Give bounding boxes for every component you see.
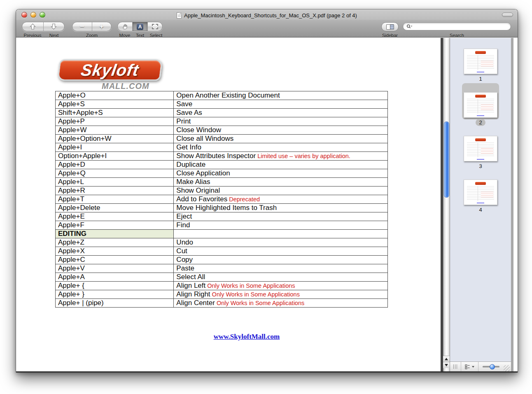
thumbnail-page-3[interactable] bbox=[464, 136, 497, 161]
shortcut-action: Add to Favorites Deprecated bbox=[174, 195, 388, 204]
shortcut-action: Eject bbox=[174, 212, 388, 221]
zoom-out-button[interactable]: − bbox=[72, 22, 92, 31]
thumb-link-mark bbox=[477, 72, 484, 72]
shortcut-action: Show Original bbox=[174, 187, 388, 195]
logo-badge: Skyloft bbox=[57, 59, 163, 81]
search-input[interactable] bbox=[413, 23, 507, 30]
pdf-page: Skyloft MALL.COM Apple+OOpen Another Exi… bbox=[16, 38, 443, 371]
shortcut-action: Show Attributes Inspector Limited use – … bbox=[174, 152, 388, 161]
thumbnail-page-2[interactable] bbox=[464, 92, 497, 118]
scrollbar-thumb[interactable] bbox=[444, 121, 449, 198]
shortcut-keys: Apple+D bbox=[56, 161, 174, 169]
slider-knob[interactable] bbox=[490, 364, 495, 369]
move-label: Move bbox=[117, 33, 132, 38]
thumb-logo-mark bbox=[475, 182, 486, 185]
scroll-up-button[interactable] bbox=[443, 356, 450, 362]
table-row: Apple+SSave bbox=[56, 100, 388, 109]
previous-label: Previous bbox=[22, 33, 43, 38]
thumb-text-lines bbox=[467, 186, 494, 201]
shortcut-keys: Apple+S bbox=[56, 100, 174, 109]
sidebar-icon bbox=[386, 24, 394, 30]
table-row: Apple+ZUndo bbox=[56, 238, 388, 247]
skyloftmall-link[interactable]: www.SkyloftMall.com bbox=[214, 333, 280, 340]
shortcut-action: Duplicate bbox=[174, 161, 388, 169]
table-row: Apple+EEject bbox=[56, 212, 388, 221]
note-text: Deprecated bbox=[227, 196, 260, 203]
thumbnail-sidebar: 1234 bbox=[450, 38, 513, 371]
view-options-button[interactable] bbox=[461, 362, 478, 371]
shortcut-action: Align Left Only Works in Some Applicatio… bbox=[174, 282, 388, 290]
select-label: Select bbox=[148, 33, 164, 38]
desktop: Apple_Macintosh_Keyboard_Shortcuts_for_M… bbox=[0, 0, 532, 394]
sidebar-button[interactable] bbox=[381, 22, 399, 31]
scrollbar-arrows bbox=[443, 356, 450, 368]
note-text: Only Works in Some Applications bbox=[215, 300, 304, 306]
thumbnail-list: 1234 bbox=[450, 38, 511, 361]
search-icon bbox=[406, 24, 413, 29]
thumb-logo-mark bbox=[475, 51, 486, 54]
thumb-logo-mark bbox=[475, 138, 486, 141]
shortcut-action: Open Another Existing Document bbox=[174, 91, 388, 100]
shortcut-keys: Apple+Z bbox=[56, 238, 174, 247]
table-row: Apple+OOpen Another Existing Document bbox=[56, 91, 388, 100]
arrow-up-icon bbox=[29, 23, 36, 30]
window-resize-grip[interactable] bbox=[504, 365, 510, 371]
text-tool-button[interactable]: A bbox=[133, 22, 147, 31]
thumb-link-mark bbox=[477, 115, 484, 116]
next-button[interactable] bbox=[44, 22, 65, 31]
thumb-text-lines bbox=[467, 142, 494, 157]
note-text: Limited use – varies by application. bbox=[256, 153, 350, 159]
logo-sub-text: MALL.COM bbox=[102, 82, 182, 91]
shortcut-table-body: Apple+OOpen Another Existing DocumentApp… bbox=[56, 91, 388, 308]
shortcut-keys: Apple+V bbox=[56, 264, 174, 273]
plus-icon: + bbox=[99, 23, 104, 30]
section-empty-cell bbox=[174, 230, 388, 238]
shortcut-keys: Apple+T bbox=[56, 195, 174, 204]
shortcut-keys: Apple+F bbox=[56, 221, 174, 230]
table-row: Apple+IGet Info bbox=[56, 143, 388, 152]
shortcut-action: Align Right Only Works in Some Applicati… bbox=[174, 290, 388, 299]
shortcut-keys: Apple+P bbox=[56, 117, 174, 126]
previous-button[interactable] bbox=[22, 22, 44, 31]
shortcut-action: Close Window bbox=[174, 126, 388, 135]
chevron-down-icon bbox=[472, 366, 474, 368]
thumbnail-label: 3 bbox=[479, 163, 482, 170]
toolbar-toggle-button[interactable] bbox=[502, 13, 513, 17]
thumbnail-page-4[interactable] bbox=[464, 180, 497, 205]
footer-link-row: www.SkyloftMall.com bbox=[55, 333, 438, 341]
shortcut-action: Align Center Only Works in Some Applicat… bbox=[174, 299, 388, 308]
table-row: Apple+LMake Alias bbox=[56, 178, 388, 187]
search-box bbox=[403, 22, 511, 30]
sidebar-label: Sidebar bbox=[377, 33, 403, 38]
shortcut-keys: Apple+E bbox=[56, 212, 174, 221]
divider-drag-handle[interactable] bbox=[453, 364, 457, 369]
shortcut-action: Get Info bbox=[174, 143, 388, 152]
table-row: Apple+RShow Original bbox=[56, 187, 388, 195]
thumb-text-lines bbox=[467, 55, 494, 70]
logo-brand-text: Skyloft bbox=[79, 61, 140, 79]
tool-mode-control: A bbox=[117, 22, 163, 31]
thumb-logo-mark bbox=[475, 95, 486, 98]
select-tool-button[interactable] bbox=[148, 22, 162, 31]
shortcut-action: Close Application bbox=[174, 169, 388, 178]
table-row: Apple+QClose Application bbox=[56, 169, 388, 178]
shortcut-action: Copy bbox=[174, 256, 388, 264]
table-row: Apple+ {Align Left Only Works in Some Ap… bbox=[56, 282, 388, 290]
shortcut-action: Save bbox=[174, 100, 388, 109]
table-row: Apple+VPaste bbox=[56, 264, 388, 273]
scroll-down-button[interactable] bbox=[443, 362, 450, 368]
move-tool-button[interactable] bbox=[118, 22, 133, 31]
table-row: Apple+PPrint bbox=[56, 117, 388, 126]
table-row: Apple+DeleteMove Highlighted Items to Tr… bbox=[56, 204, 388, 212]
window-chrome: Apple_Macintosh_Keyboard_Shortcuts_for_M… bbox=[16, 9, 518, 37]
thumbnail-size-slider[interactable] bbox=[478, 362, 504, 371]
shortcut-action: Make Alias bbox=[174, 178, 388, 187]
shortcut-keys: Apple+Option+W bbox=[56, 135, 174, 143]
zoom-in-button[interactable]: + bbox=[92, 22, 112, 31]
table-row: Apple+TAdd to Favorites Deprecated bbox=[56, 195, 388, 204]
vertical-scrollbar[interactable] bbox=[443, 38, 450, 371]
minus-icon: − bbox=[80, 23, 84, 30]
thumbnail-page-1[interactable] bbox=[464, 49, 497, 74]
content-area: Skyloft MALL.COM Apple+OOpen Another Exi… bbox=[16, 38, 518, 371]
shortcut-action: Close all Windows bbox=[174, 135, 388, 143]
